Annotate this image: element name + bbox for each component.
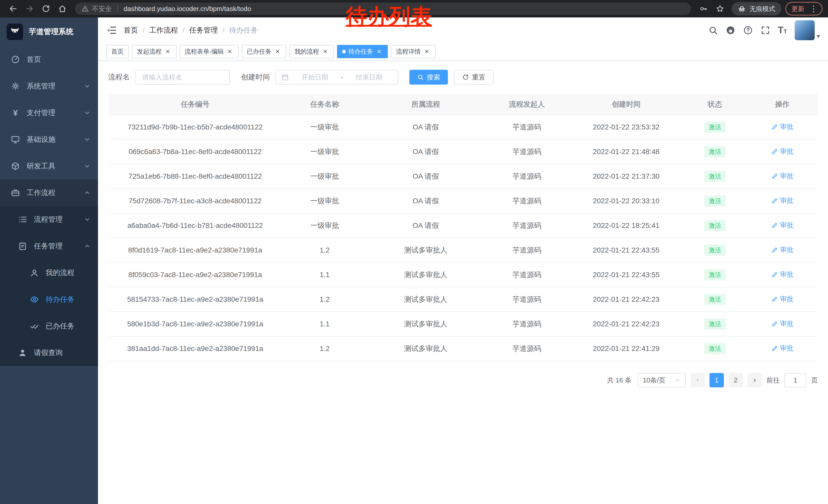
sidebar-item-task-mgmt[interactable]: 任务管理 xyxy=(0,233,98,260)
sidebar-item-leave-query[interactable]: 请假查询 xyxy=(0,339,98,366)
monitor-icon xyxy=(11,135,20,144)
sidebar-item-home[interactable]: 首页 xyxy=(0,46,98,73)
tab-close-icon[interactable]: × xyxy=(423,48,430,55)
list-icon xyxy=(18,215,27,224)
view-tab[interactable]: 我的流程 × xyxy=(289,45,334,58)
process-name-input[interactable] xyxy=(135,70,230,85)
approve-link[interactable]: 审批 xyxy=(771,147,793,156)
calendar-icon xyxy=(281,73,289,81)
sidebar-item-my-process[interactable]: 我的流程 xyxy=(0,260,98,286)
sidebar: 芋道管理系统 首页 系统管理 ¥ 支付管理 基础设施 xyxy=(0,17,98,504)
font-size-icon[interactable]: TT xyxy=(778,26,787,35)
search-icon[interactable] xyxy=(708,26,718,35)
chevron-left-icon xyxy=(695,377,701,383)
gear-icon xyxy=(11,82,20,91)
sidebar-fold-icon[interactable] xyxy=(106,25,117,36)
help-icon[interactable] xyxy=(743,26,753,35)
tab-close-icon[interactable]: × xyxy=(376,48,383,55)
cell-initiator: 芋道源码 xyxy=(484,263,570,287)
cell-process: 测试多审批人 xyxy=(367,287,484,312)
sidebar-item-devtools[interactable]: 研发工具 xyxy=(0,153,98,179)
tab-close-icon[interactable]: × xyxy=(274,48,281,55)
cell-task-id: 580e1b3d-7ac8-11ec-a9e2-a2380e71991a xyxy=(108,312,282,336)
sidebar-item-payment[interactable]: ¥ 支付管理 xyxy=(0,99,98,126)
status-badge: 激活 xyxy=(704,122,726,133)
person-icon xyxy=(30,268,39,277)
menu-dots-icon[interactable]: ⋮ xyxy=(808,5,819,13)
sidebar-item-infra[interactable]: 基础设施 xyxy=(0,126,98,153)
password-key-icon[interactable] xyxy=(696,1,711,16)
avatar[interactable] xyxy=(795,20,815,40)
cell-task-id: 069c6a63-7b8a-11ec-8ef0-acde48001122 xyxy=(108,139,282,164)
goto-page-input[interactable] xyxy=(784,373,806,387)
cell-task-name: 一级审批 xyxy=(282,189,367,213)
next-page-button[interactable] xyxy=(747,373,762,387)
page-button[interactable]: 1 xyxy=(709,373,724,387)
approve-link[interactable]: 审批 xyxy=(771,221,793,230)
date-separator: - xyxy=(341,73,343,81)
view-tab[interactable]: 待办任务 × xyxy=(337,45,388,58)
cell-initiator: 芋道源码 xyxy=(484,115,570,139)
back-icon[interactable] xyxy=(6,1,20,16)
breadcrumb-task-mgmt[interactable]: 任务管理 xyxy=(189,26,218,35)
approve-link[interactable]: 审批 xyxy=(771,172,793,180)
url-bar[interactable]: 不安全 dashboard.yudao.iocoder.cn/bpm/task/… xyxy=(75,3,691,15)
approve-link[interactable]: 审批 xyxy=(771,294,793,304)
end-date-placeholder[interactable]: 结束日期 xyxy=(345,73,392,82)
tab-close-icon[interactable]: × xyxy=(322,48,329,55)
approve-link[interactable]: 审批 xyxy=(771,245,793,254)
fullscreen-icon[interactable] xyxy=(760,26,770,35)
tab-close-icon[interactable]: × xyxy=(164,48,171,55)
prev-page-button[interactable] xyxy=(691,373,705,387)
status-badge: 激活 xyxy=(704,294,726,305)
breadcrumb-home[interactable]: 首页 xyxy=(124,26,138,35)
approve-link[interactable]: 审批 xyxy=(771,319,793,328)
page-button[interactable]: 2 xyxy=(729,373,743,387)
page-buttons: 1 2 xyxy=(709,373,743,387)
process-name-label: 流程名 xyxy=(108,72,130,82)
view-tab[interactable]: 发起流程 × xyxy=(132,45,176,58)
cell-task-id: 725a1eb6-7b88-11ec-8ef0-acde48001122 xyxy=(108,164,282,189)
approve-link[interactable]: 审批 xyxy=(771,270,793,279)
approve-link[interactable]: 审批 xyxy=(771,344,793,353)
view-tab[interactable]: 流程详情 × xyxy=(391,45,436,58)
incognito-label: 无痕模式 xyxy=(749,5,775,13)
cell-initiator: 芋道源码 xyxy=(484,213,570,238)
status-badge: 激活 xyxy=(704,195,726,207)
reset-button[interactable]: 重置 xyxy=(454,70,494,85)
start-date-placeholder[interactable]: 开始日期 xyxy=(291,73,338,82)
status-badge: 激活 xyxy=(704,244,726,256)
sidebar-item-system[interactable]: 系统管理 xyxy=(0,73,98,99)
github-icon[interactable] xyxy=(726,26,735,35)
tab-close-icon[interactable]: × xyxy=(226,48,234,55)
date-range-picker[interactable]: 开始日期 - 结束日期 xyxy=(276,70,398,85)
chevron-up-icon xyxy=(84,189,91,196)
view-tab[interactable]: 首页 × xyxy=(106,45,129,58)
table-row: 75d72608-7b7f-11ec-a3c8-acde48001122 一级审… xyxy=(108,189,818,213)
sidebar-item-todo-task[interactable]: 待办任务 xyxy=(0,286,98,313)
approve-link[interactable]: 审批 xyxy=(771,122,793,131)
breadcrumb-workflow[interactable]: 工作流程 xyxy=(149,26,178,35)
cell-initiator: 芋道源码 xyxy=(484,312,570,336)
approve-link[interactable]: 审批 xyxy=(771,196,793,205)
col-operation: 操作 xyxy=(747,94,818,115)
status-badge: 激活 xyxy=(704,146,726,158)
sidebar-item-done-task[interactable]: 已办任务 xyxy=(0,313,98,339)
page-size-select[interactable]: 10条/页 xyxy=(638,373,686,387)
topbar-actions: TT ▾ xyxy=(708,20,820,40)
status-badge: 激活 xyxy=(704,269,726,281)
update-menu-button[interactable]: 更新 ⋮ xyxy=(785,2,822,15)
sidebar-item-workflow[interactable]: 工作流程 xyxy=(0,179,98,206)
sidebar-menu: 首页 系统管理 ¥ 支付管理 基础设施 研发工具 xyxy=(0,46,98,366)
user-menu[interactable]: ▾ xyxy=(795,20,820,40)
bookmark-star-icon[interactable] xyxy=(713,1,728,16)
app-logo-row[interactable]: 芋道管理系统 xyxy=(0,17,98,46)
home-icon[interactable] xyxy=(55,1,70,16)
forward-icon[interactable] xyxy=(22,1,37,16)
search-button[interactable]: 搜索 xyxy=(409,70,448,85)
view-tab[interactable]: 已办任务 × xyxy=(242,45,286,58)
refresh-icon[interactable] xyxy=(38,1,53,16)
view-tab[interactable]: 流程表单-编辑 × xyxy=(179,45,239,58)
status-badge: 激活 xyxy=(704,343,726,355)
sidebar-item-process-mgmt[interactable]: 流程管理 xyxy=(0,206,98,233)
